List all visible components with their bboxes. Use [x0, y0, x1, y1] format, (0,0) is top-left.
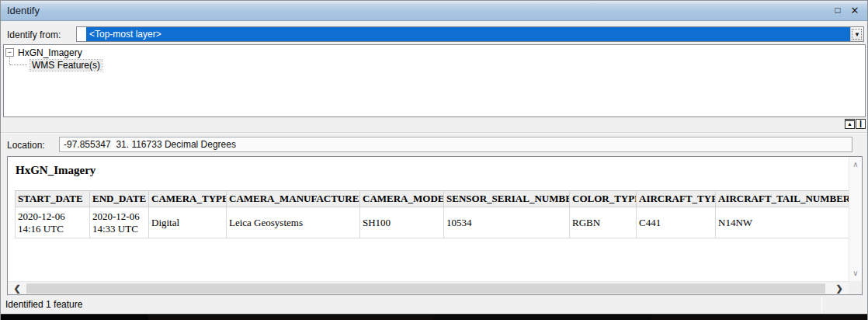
identify-window: Identify □ ✕ Identify from: <Top-most la… [0, 0, 868, 320]
horizontal-scrollbar[interactable]: ❮ ❯ [8, 281, 849, 294]
cell-end-date: 2020-12-06 14:33 UTC [90, 207, 149, 238]
table-header-row: START_DATE END_DATE CAMERA_TYPE CAMERA_M… [16, 191, 851, 207]
column-header: CAMERA_TYPE [149, 191, 227, 207]
scroll-down-button[interactable]: ∨ [849, 267, 862, 280]
cell-camera-type: Digital [149, 207, 227, 238]
tree-item-wms-feature[interactable]: WMS Feature(s) [30, 60, 102, 71]
cell-aircraft-type: C441 [637, 207, 716, 238]
close-button[interactable]: ✕ [849, 4, 861, 17]
column-header: AIRCRAFT_TYPE [637, 191, 716, 207]
scrollbar-corner [849, 281, 862, 294]
layer-combobox[interactable]: <Top-most layer> ▼ [76, 26, 864, 42]
minus-icon: − [8, 48, 12, 56]
combo-padding [77, 27, 86, 41]
tree-connector-horizontal [10, 64, 27, 65]
layer-combobox-value[interactable]: <Top-most layer> [86, 27, 850, 41]
maximize-icon: □ [835, 5, 840, 16]
chevron-left-icon: ❮ [13, 283, 20, 293]
attributes-panel: HxGN_Imagery START_DATE END_DATE CAMERA_… [7, 156, 863, 295]
status-bar: Identified 1 feature [1, 296, 867, 314]
horizontal-scroll-thumb[interactable] [26, 283, 825, 294]
column-header: CAMERA_MODEL [360, 191, 444, 207]
location-label: Location: [7, 140, 45, 151]
cell-aircraft-tail-number: N14NW [716, 207, 851, 238]
results-tree[interactable] [3, 44, 866, 117]
collapse-panel-button[interactable]: ▲ [845, 119, 855, 129]
pin-icon: ❙ [858, 120, 864, 127]
chevron-down-icon: ▼ [854, 31, 860, 38]
status-bar-divider [821, 297, 822, 313]
title-bar[interactable]: Identify □ ✕ [1, 1, 867, 21]
column-header: END_DATE [90, 191, 149, 207]
column-header: SENSOR_SERIAL_NUMBER [444, 191, 570, 207]
cell-start-date: 2020-12-06 14:16 UTC [16, 207, 90, 238]
tree-expand-toggle[interactable]: − [5, 48, 14, 57]
splitter-divider[interactable] [1, 132, 867, 134]
location-value-box[interactable]: -97.855347 31. 116733 Decimal Degrees [59, 137, 852, 152]
close-icon: ✕ [851, 5, 859, 16]
status-text: Identified 1 feature [5, 299, 82, 310]
column-header: CAMERA_MANUFACTURER [227, 191, 360, 207]
maximize-button[interactable]: □ [832, 4, 844, 17]
map-background-strip [1, 314, 867, 320]
cell-camera-model: SH100 [360, 207, 444, 238]
cell-camera-manufacturer: Leica Geosystems [227, 207, 360, 238]
column-header: COLOR_TYPE [570, 191, 637, 207]
splitter-pin-button[interactable]: ❙ [856, 119, 866, 129]
table-row: 2020-12-06 14:16 UTC 2020-12-06 14:33 UT… [16, 207, 851, 238]
chevron-right-icon: ❯ [835, 283, 842, 293]
identify-from-label: Identify from: [7, 30, 61, 40]
collapse-arrow-icon: ▲ [847, 121, 852, 127]
chevron-down-scroll-icon: ∨ [852, 269, 858, 277]
window-title: Identify [7, 5, 40, 16]
cell-sensor-serial-number: 10534 [444, 207, 570, 238]
combo-dropdown-button[interactable]: ▼ [850, 27, 863, 41]
cell-color-type: RGBN [570, 207, 637, 238]
chevron-up-icon: ∧ [852, 160, 858, 169]
layer-heading: HxGN_Imagery [16, 164, 95, 177]
location-value: -97.855347 31. 116733 Decimal Degrees [64, 139, 236, 150]
scroll-right-button[interactable]: ❯ [833, 282, 845, 294]
column-header: AIRCRAFT_TAIL_NUMBER [716, 191, 851, 207]
vertical-scrollbar[interactable]: ∧ ∨ [849, 157, 862, 281]
attributes-table: START_DATE END_DATE CAMERA_TYPE CAMERA_M… [15, 190, 851, 238]
scroll-up-button[interactable]: ∧ [849, 158, 862, 171]
tree-item-root[interactable]: HxGN_Imagery [18, 47, 82, 58]
scroll-left-button[interactable]: ❮ [11, 282, 23, 294]
column-header: START_DATE [16, 191, 90, 207]
